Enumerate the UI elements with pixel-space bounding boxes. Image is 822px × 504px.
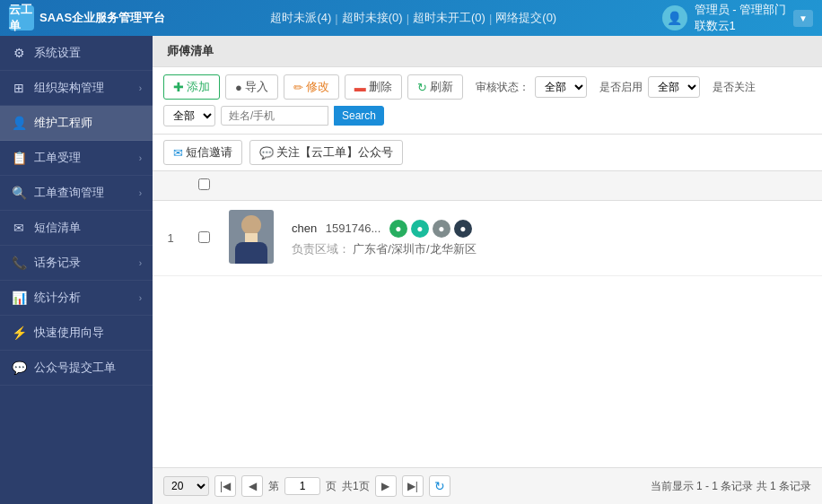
chevron-right-icon: › [139,83,142,93]
page-title: 师傅清单 [153,36,822,67]
user-avatar: 👤 [662,5,687,30]
sidebar-item-work-order-management[interactable]: 📋 工单受理 › [0,141,153,176]
nav-overtime-unaccepted[interactable]: 超时未接(0) [342,10,403,26]
search-icon: 🔍 [11,185,27,201]
user-info: 管理员 - 管理部门 联数云1 [695,2,787,34]
sidebar-label-sms-list: 短信清单 [34,220,142,236]
region-value-text: 广东省/深圳市/龙华新区 [353,242,476,256]
mentor-region-row: 负责区域： 广东省/深圳市/龙华新区 [292,241,813,257]
workorder-icon: 📋 [11,150,27,166]
nav-overtime-unassigned[interactable]: 超时未派(4) [270,10,331,26]
search-input[interactable] [221,106,328,126]
sidebar: ⚙ 系统设置 ⊞ 组织架构管理 › 👤 维护工程师 📋 工单受理 › 🔍 工单查… [0,36,153,504]
sidebar-label-work-order-management: 工单受理 [34,150,132,166]
sidebar-item-system-settings[interactable]: ⚙ 系统设置 [0,36,153,71]
sidebar-item-work-order-query[interactable]: 🔍 工单查询管理 › [0,176,153,211]
page-number-input[interactable] [284,477,320,495]
sidebar-item-sms-list[interactable]: ✉ 短信清单 [0,211,153,246]
app-logo: 云工单 SAAS企业服务管理平台 [9,5,165,30]
mentor-name-row: chen 1591746... ● ● ● ● [292,220,813,238]
pagination-refresh-button[interactable]: ↻ [429,475,450,497]
pagination-bar: 20 50 100 |◀ ◀ 第 页 共1页 ▶ ▶| ↻ 当前显示 1 - 1… [153,467,822,504]
chevron-right-icon-3: › [139,188,142,198]
col-num [153,171,188,201]
region-label-text: 负责区域： [292,242,350,256]
import-button[interactable]: ● 导入 [225,74,278,100]
first-page-button[interactable]: |◀ [214,475,236,497]
sidebar-item-org-management[interactable]: ⊞ 组织架构管理 › [0,71,153,106]
add-button[interactable]: ✚ 添加 [163,74,220,100]
wechat-follow-icon: 💬 [259,146,274,160]
import-icon: ● [235,81,242,94]
filter-status-select[interactable]: 全部 [535,76,587,98]
follow-wechat-button[interactable]: 💬 关注【云工单】公众号 [249,140,403,165]
sidebar-label-work-order-query: 工单查询管理 [34,185,132,201]
select-all-checkbox[interactable] [198,178,210,190]
sidebar-label-call-records: 话务记录 [34,255,132,271]
mentor-icon-3[interactable]: ● [433,220,450,238]
sidebar-label-quick-guide: 快速使用向导 [34,325,142,341]
table-area: 1 [153,171,822,467]
delete-icon: ▬ [354,81,366,94]
avatar-person-figure [229,210,274,264]
page-size-select[interactable]: 20 50 100 [163,476,209,496]
sidebar-item-call-records[interactable]: 📞 话务记录 › [0,246,153,281]
row-info-cell: chen 1591746... ● ● ● ● 负责区域： [283,201,822,276]
page-label-post: 页 [326,479,337,494]
col-avatar [220,171,283,201]
header: 云工单 SAAS企业服务管理平台 超时未派(4) | 超时未接(0) | 超时未… [0,0,822,36]
last-page-button[interactable]: ▶| [402,475,424,497]
search-button[interactable]: Search [334,106,384,126]
guide-icon: ⚡ [11,325,27,341]
filter-follow-select[interactable]: 全部 [163,105,215,126]
user-dropdown-button[interactable]: ▼ [793,10,813,27]
user-sub: 联数云1 [695,18,787,34]
mentor-icon-4[interactable]: ● [454,220,472,238]
refresh-icon: ↻ [417,81,427,94]
row-select-checkbox[interactable] [198,231,210,243]
table-row: 1 [153,201,822,276]
nav-network-submit[interactable]: 网络提交(0) [495,10,556,26]
chevron-right-icon-4: › [139,258,142,268]
app-title: SAAS企业服务管理平台 [39,10,165,26]
mentor-table: 1 [153,171,822,276]
mentor-icon-2[interactable]: ● [411,220,429,238]
main-layout: ⚙ 系统设置 ⊞ 组织架构管理 › 👤 维护工程师 📋 工单受理 › 🔍 工单查… [0,36,822,504]
next-page-button[interactable]: ▶ [375,475,397,497]
filter-enabled-select[interactable]: 全部 [648,76,700,98]
sidebar-label-wechat-submit: 公众号提交工单 [34,360,142,376]
col-check [188,171,220,201]
sidebar-label-system-settings: 系统设置 [34,45,142,61]
edit-button[interactable]: ✏ 修改 [284,74,339,100]
row-number: 1 [153,201,188,276]
prev-page-button[interactable]: ◀ [241,475,263,497]
page-label-pre: 第 [268,479,279,494]
wechat-icon: 💬 [11,360,27,376]
phone-icon: 📞 [11,255,27,271]
sms-invite-button[interactable]: ✉ 短信邀请 [163,140,242,165]
total-pages-text: 共1页 [342,479,370,494]
sidebar-item-wechat-submit[interactable]: 💬 公众号提交工单 [0,351,153,386]
mentor-phone-text: 1591746... [326,222,380,235]
delete-button[interactable]: ▬ 删除 [345,74,402,100]
settings-icon: ⚙ [11,45,27,61]
avatar-body [235,242,267,264]
chevron-right-icon-5: › [139,293,142,303]
sidebar-item-quick-guide[interactable]: ⚡ 快速使用向导 [0,316,153,351]
header-nav: 超时未派(4) | 超时未接(0) | 超时未开工(0) | 网络提交(0) [165,10,661,26]
nav-overtime-unstarted[interactable]: 超时未开工(0) [413,10,485,26]
sidebar-label-org-management: 组织架构管理 [34,80,132,96]
sms-invite-icon: ✉ [173,146,183,160]
toolbar-row1: ✚ 添加 ● 导入 ✏ 修改 ▬ 删除 ↻ 刷新 审核状态： 全部 [153,67,822,135]
mentor-name-text: chen [292,222,317,235]
chevron-right-icon-2: › [139,153,142,163]
col-info [283,171,822,201]
filter-enabled-label: 是否启用 [599,80,643,95]
refresh-button[interactable]: ↻ 刷新 [407,74,463,100]
sidebar-label-maintenance-engineer: 维护工程师 [34,115,142,131]
sidebar-item-maintenance-engineer[interactable]: 👤 维护工程师 [0,106,153,141]
toolbar-row2: ✉ 短信邀请 💬 关注【云工单】公众号 [153,135,822,171]
sidebar-item-stats-analysis[interactable]: 📊 统计分析 › [0,281,153,316]
mentor-icon-1[interactable]: ● [389,220,407,238]
filter-status-label: 审核状态： [476,80,529,95]
